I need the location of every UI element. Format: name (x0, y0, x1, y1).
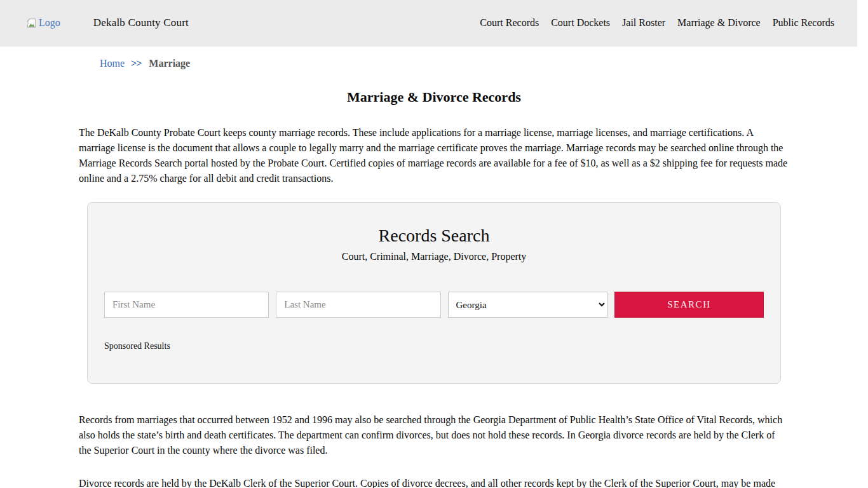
logo-alt-text: Logo (39, 17, 60, 29)
breadcrumb: Home >> Marriage (79, 58, 789, 69)
last-name-input[interactable] (276, 292, 440, 318)
nav-court-records[interactable]: Court Records (480, 17, 539, 29)
breadcrumb-separator: >> (131, 58, 141, 69)
site-title: Dekalb County Court (93, 17, 189, 29)
state-select[interactable]: Georgia (448, 292, 607, 318)
nav-public-records[interactable]: Public Records (773, 17, 834, 29)
records-search-title: Records Search (104, 226, 764, 246)
records-search-form: Georgia SEARCH (104, 292, 764, 318)
first-name-input[interactable] (104, 292, 269, 318)
sponsored-results-label: Sponsored Results (104, 341, 764, 351)
main-content: Home >> Marriage Marriage & Divorce Reco… (79, 58, 789, 488)
nav-marriage-divorce[interactable]: Marriage & Divorce (677, 17, 761, 29)
site-header: Logo Dekalb County Court Court Records C… (0, 0, 857, 46)
site-logo[interactable]: Logo (25, 17, 60, 29)
records-search-subtitle: Court, Criminal, Marriage, Divorce, Prop… (104, 251, 764, 262)
breadcrumb-home-link[interactable]: Home (100, 58, 125, 69)
broken-image-icon (25, 17, 37, 29)
nav-jail-roster[interactable]: Jail Roster (622, 17, 665, 29)
page-title: Marriage & Divorce Records (79, 89, 789, 105)
divorce-records-paragraph: Divorce records are held by the DeKalb C… (79, 476, 789, 488)
intro-paragraph: The DeKalb County Probate Court keeps co… (79, 125, 789, 186)
records-search-panel: Records Search Court, Criminal, Marriage… (87, 202, 781, 384)
breadcrumb-current: Marriage (149, 58, 190, 69)
search-button[interactable]: SEARCH (614, 292, 764, 318)
vital-records-paragraph: Records from marriages that occurred bet… (79, 412, 789, 458)
nav-court-dockets[interactable]: Court Dockets (551, 17, 610, 29)
main-nav: Court Records Court Dockets Jail Roster … (480, 17, 834, 29)
